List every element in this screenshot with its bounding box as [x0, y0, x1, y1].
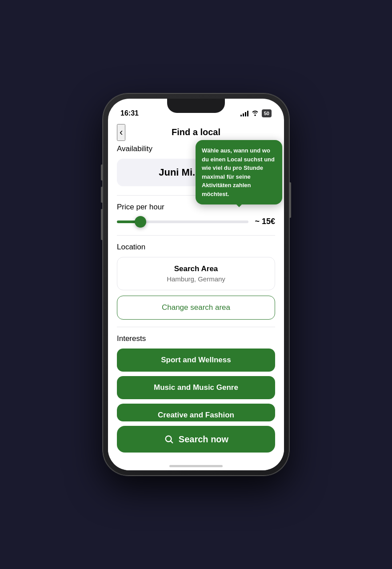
screen-content[interactable]: ‹ Find a local Availability Juni Mi. 19 …	[108, 122, 284, 470]
divider-2	[117, 235, 275, 236]
search-area-title: Search Area	[124, 264, 268, 273]
wifi-icon	[251, 110, 259, 117]
interest-creative-button[interactable]: Creative and Fashion	[117, 404, 275, 421]
back-button[interactable]: ‹	[117, 124, 125, 141]
home-bar	[169, 465, 223, 467]
location-label: Location	[117, 243, 275, 252]
tooltip-bubble: Wähle aus, wann und wo du einen Local su…	[196, 140, 282, 204]
interests-section: Interests Sport and Wellness Music and M…	[117, 334, 275, 421]
notch	[167, 99, 225, 113]
interests-label: Interests	[117, 334, 275, 343]
side-button-vol-up	[101, 187, 103, 203]
side-button-vol-down	[101, 209, 103, 240]
interest-music-button[interactable]: Music and Music Genre	[117, 376, 275, 399]
price-value: ~ 15€	[255, 217, 275, 226]
interest-sport-wellness-button[interactable]: Sport and Wellness	[117, 349, 275, 372]
divider-3	[117, 327, 275, 327]
price-row: ~ 15€	[117, 217, 275, 226]
tooltip-text: Wähle aus, wann und wo du einen Local su…	[202, 147, 275, 197]
change-search-area-button[interactable]: Change search area	[117, 296, 275, 320]
page-title: Find a local	[172, 127, 220, 137]
slider-track	[117, 220, 248, 223]
signal-icon	[240, 110, 248, 116]
price-slider[interactable]	[117, 220, 248, 223]
availability-section: Availability Juni Mi. 19 2024 Wähle aus,…	[117, 144, 275, 186]
price-section: Price per hour ~ 15€	[117, 203, 275, 226]
search-now-button[interactable]: Search now	[117, 426, 275, 453]
search-now-label: Search now	[179, 434, 228, 445]
location-section: Location Search Area Hamburg, Germany Ch…	[117, 243, 275, 320]
svg-line-1	[171, 441, 172, 443]
phone-frame: 16:31 50	[103, 93, 289, 476]
status-time: 16:31	[120, 109, 139, 117]
battery-level: 50	[264, 111, 269, 116]
search-area-box: Search Area Hamburg, Germany	[117, 257, 275, 290]
slider-thumb[interactable]	[135, 216, 146, 228]
search-icon	[164, 434, 174, 445]
main-content: Availability Juni Mi. 19 2024 Wähle aus,…	[108, 144, 284, 461]
interest-creative-partial-wrapper: Creative and Fashion	[117, 404, 275, 421]
side-button-power	[289, 182, 291, 218]
search-area-subtitle: Hamburg, Germany	[124, 275, 268, 283]
phone-screen: 16:31 50	[108, 99, 284, 470]
status-icons: 50	[240, 109, 272, 117]
battery-icon: 50	[262, 109, 272, 117]
side-button-silent	[101, 164, 103, 180]
home-indicator	[108, 461, 284, 470]
